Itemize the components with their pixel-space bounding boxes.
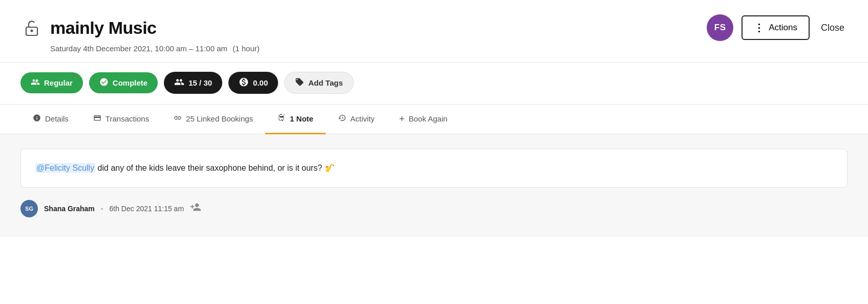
event-subtitle: Saturday 4th December 2021, 10:00 am – 1… xyxy=(50,44,848,53)
event-duration: (1 hour) xyxy=(232,44,260,53)
link-icon xyxy=(174,114,182,124)
badge-complete-label: Complete xyxy=(113,78,147,87)
title-left: mainly Music xyxy=(20,16,157,39)
badge-capacity-label: 15 / 30 xyxy=(188,78,212,87)
tab-transactions[interactable]: Transactions xyxy=(81,105,161,134)
tab-activity[interactable]: Activity xyxy=(326,105,387,134)
tab-book-again[interactable]: + Book Again xyxy=(387,105,459,134)
group-icon xyxy=(174,77,184,89)
tab-details-label: Details xyxy=(45,114,69,123)
badge-regular-label: Regular xyxy=(44,78,73,87)
header-section: mainly Music FS ⋮ Actions Close Saturday… xyxy=(0,0,868,63)
note-footer: SG Shana Graham - 6th Dec 2021 11:15 am xyxy=(20,198,848,217)
title-row: mainly Music FS ⋮ Actions Close xyxy=(20,14,848,41)
badges-row: Regular Complete 15 / 30 0.00 xyxy=(0,63,868,105)
content-area: @Felicity Scully did any of the kids lea… xyxy=(0,134,868,237)
author-avatar: SG xyxy=(20,200,38,217)
info-icon xyxy=(33,114,41,124)
person-check-icon xyxy=(31,77,40,88)
badge-price[interactable]: 0.00 xyxy=(228,72,278,94)
badge-price-label: 0.00 xyxy=(253,78,268,87)
tab-transactions-label: Transactions xyxy=(105,114,149,123)
plus-icon: + xyxy=(399,114,405,124)
note-author: Shana Graham xyxy=(44,205,95,213)
tab-book-again-label: Book Again xyxy=(409,114,448,123)
card-icon xyxy=(93,114,101,124)
actions-dots-icon: ⋮ xyxy=(754,22,765,34)
add-user-icon[interactable] xyxy=(190,201,201,215)
history-icon xyxy=(338,114,346,124)
tab-note-label: 1 Note xyxy=(290,114,313,123)
avatar: FS xyxy=(707,14,733,41)
check-circle-icon xyxy=(99,77,109,88)
title-right: FS ⋮ Actions Close xyxy=(707,14,848,41)
badge-complete[interactable]: Complete xyxy=(89,72,158,93)
note-timestamp: 6th Dec 2021 11:15 am xyxy=(110,205,184,213)
badge-capacity[interactable]: 15 / 30 xyxy=(164,72,222,94)
note-icon xyxy=(278,114,286,124)
page: mainly Music FS ⋮ Actions Close Saturday… xyxy=(0,0,868,304)
note-mention[interactable]: @Felicity Scully xyxy=(35,163,95,173)
tabs-row: Details Transactions 25 Linked Bookings … xyxy=(0,105,868,134)
tab-activity-label: Activity xyxy=(350,114,375,123)
dollar-circle-icon xyxy=(239,77,249,89)
event-datetime: Saturday 4th December 2021, 10:00 am – 1… xyxy=(50,44,227,53)
actions-button[interactable]: ⋮ Actions xyxy=(742,15,810,40)
tag-icon xyxy=(295,77,304,88)
svg-point-1 xyxy=(31,30,33,32)
tab-note[interactable]: 1 Note xyxy=(265,105,326,134)
note-content: did any of the kids leave their saxophon… xyxy=(95,164,334,172)
lock-icon xyxy=(20,16,43,39)
note-separator: - xyxy=(101,205,103,213)
badge-regular[interactable]: Regular xyxy=(20,72,83,93)
tab-linked-bookings-label: 25 Linked Bookings xyxy=(186,114,253,123)
tab-details[interactable]: Details xyxy=(20,105,81,134)
tab-linked-bookings[interactable]: 25 Linked Bookings xyxy=(161,105,265,134)
page-title: mainly Music xyxy=(50,18,157,38)
badge-add-tags-label: Add Tags xyxy=(308,78,343,87)
close-button[interactable]: Close xyxy=(818,17,848,38)
note-card: @Felicity Scully did any of the kids lea… xyxy=(20,149,848,188)
badge-add-tags[interactable]: Add Tags xyxy=(284,72,353,94)
actions-label: Actions xyxy=(769,23,797,33)
